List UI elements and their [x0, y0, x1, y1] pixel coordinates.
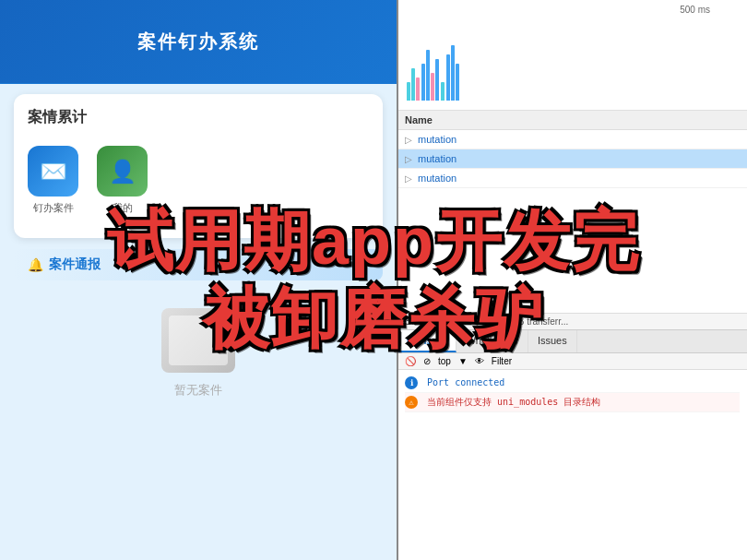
bar	[416, 77, 420, 101]
dingban-icon: ✉️	[28, 146, 78, 197]
toolbar-filter-icon: ⊘	[423, 356, 431, 366]
bar-group-3	[441, 82, 445, 101]
warning-icon: ⚠	[405, 396, 418, 409]
bar	[421, 64, 425, 101]
bar-group-1	[407, 68, 420, 101]
file-icon: ▷	[405, 154, 412, 164]
status-bar: 3 / 134 requests 0 B / 1.6 MB transferr.…	[397, 313, 747, 329]
card-title: 案情累计	[28, 108, 369, 127]
tab-console[interactable]: Console	[397, 330, 456, 352]
top-dropdown[interactable]: top	[438, 356, 451, 366]
empty-text: 暂无案件	[174, 382, 222, 399]
bar-group-4	[446, 45, 459, 101]
table-row: ▷ mutation	[397, 149, 747, 169]
info-icon: ℹ	[405, 376, 418, 389]
section-label: 案件通报	[49, 256, 101, 273]
log-text: Port connected	[427, 377, 504, 387]
app-icons-row: ✉️ 钉办案件 👤 我的	[28, 137, 369, 224]
eye-icon: 👁	[475, 356, 484, 366]
bar	[446, 54, 450, 101]
console-toolbar: 🚫 ⊘ top ▼ 👁 Filter	[397, 353, 747, 370]
table-row: ▷ mutation	[397, 130, 747, 149]
screenshot-container: 案件钉办系统 案情累计 ✉️ 钉办案件 👤 我的 🔔 案件通报 暂无案件	[0, 0, 747, 560]
bar	[426, 50, 430, 101]
chart-bars	[407, 27, 738, 101]
my-icon: 👤	[97, 146, 148, 197]
console-log-warning: ⚠ 当前组件仅支持 uni_modules 目录结构	[405, 393, 740, 412]
bar	[411, 68, 415, 101]
app-title: 案件钉办系统	[137, 30, 259, 54]
console-log-port: ℹ Port connected	[405, 374, 740, 393]
empty-image	[161, 308, 235, 373]
app-header: 案件钉办系统	[0, 0, 397, 83]
bar	[431, 73, 434, 101]
my-label: 我的	[113, 201, 133, 215]
row-name: mutation	[418, 173, 740, 184]
network-table: ▷ mutation ▷ mutation ▷ mutation	[397, 130, 747, 313]
app-icon-dingban[interactable]: ✉️ 钉办案件	[28, 146, 78, 215]
table-header: Name	[397, 111, 747, 130]
bar	[407, 82, 410, 101]
bar	[456, 64, 459, 101]
bar	[451, 45, 455, 101]
app-icon-my[interactable]: 👤 我的	[97, 146, 148, 215]
panel-divider	[397, 0, 398, 560]
filter-label: Filter	[492, 356, 512, 366]
devtools-panel: 500 ms	[397, 0, 747, 560]
dingban-label: 钉办案件	[33, 201, 74, 215]
empty-state: 暂无案件	[0, 290, 397, 417]
network-chart: 500 ms	[397, 0, 747, 111]
tab-issues[interactable]: Issues	[528, 330, 577, 352]
log-text: 当前组件仅支持 uni_modules 目录结构	[427, 397, 600, 407]
row-name: mutation	[418, 134, 740, 145]
col-name: Name	[405, 114, 433, 125]
row-name: mutation	[418, 153, 740, 164]
bar-group-2	[421, 50, 439, 101]
devtools-tabs: Console What's new Issues	[397, 329, 747, 353]
section-icon: 🔔	[28, 257, 43, 272]
tab-whats-new[interactable]: What's new	[456, 330, 528, 352]
left-panel: 案件钉办系统 案情累计 ✉️ 钉办案件 👤 我的 🔔 案件通报 暂无案件	[0, 0, 397, 560]
toolbar-clear-icon[interactable]: 🚫	[405, 356, 416, 366]
file-icon: ▷	[405, 173, 412, 184]
case-stats-card: 案情累计 ✉️ 钉办案件 👤 我的	[14, 94, 383, 238]
section-bar: 🔔 案件通报	[14, 249, 383, 280]
file-icon: ▷	[405, 135, 412, 145]
table-row: ▷ mutation	[397, 169, 747, 188]
console-output: ℹ Port connected ⚠ 当前组件仅支持 uni_modules 目…	[397, 370, 747, 560]
request-count: 3 / 134 requests 0 B / 1.6 MB transferr.…	[405, 316, 568, 327]
top-chevron[interactable]: ▼	[458, 356, 468, 366]
bar	[441, 82, 445, 101]
bar	[435, 59, 439, 101]
chart-timeline-label: 500 ms	[680, 5, 710, 15]
